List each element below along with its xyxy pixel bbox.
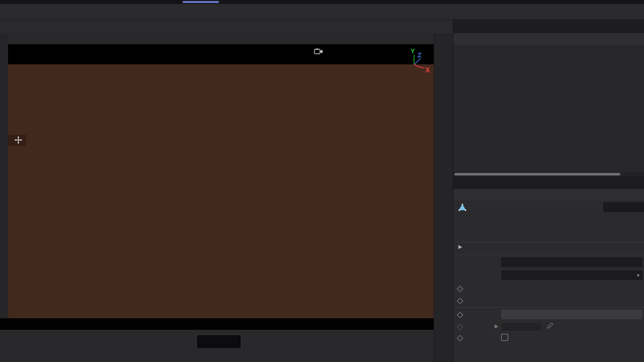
polygon-object-icon [458,204,466,211]
timeline [0,330,434,362]
attribute-tab-chips [455,215,642,228]
titlebar-accent [183,1,219,3]
timeline-ruler[interactable] [0,351,434,362]
divider [453,254,644,255]
keyframe-diamond-icon[interactable] [457,312,463,318]
preset-dropdown[interactable] [603,202,644,212]
viewport-header [8,44,434,64]
viewport-statusbar [0,318,434,330]
window-titlebar [0,0,644,4]
attribute-manager-menubar [453,189,644,201]
tool-hint [8,135,26,146]
layer-row: ▼ [453,269,644,282]
icon-group-row[interactable]: ▶ [458,244,467,249]
color-swatch [501,322,541,331]
keyframe-diamond-icon[interactable] [457,298,463,304]
pencil-icon [546,322,553,329]
viewport-3d-scene[interactable] [8,64,434,318]
object-manager-menubar [453,33,644,45]
xray-checkbox[interactable] [501,334,508,341]
attribute-object-header [453,201,644,215]
current-time-field[interactable] [197,335,240,348]
viewport-menubar [8,33,434,44]
main-menubar [0,4,644,20]
chevron-right-icon: ▶ [495,323,499,329]
editor-visibility-row [453,283,644,295]
scrollbar-thumb[interactable] [454,173,620,175]
color-row: ▶ [453,321,644,333]
chevron-down-icon[interactable]: ▼ [636,273,640,278]
name-row [453,256,644,268]
object-manager-list [453,45,644,172]
layer-input[interactable]: ▼ [501,270,642,280]
keyframe-diamond-icon [457,324,463,330]
attribute-manager-tabs [453,176,644,189]
divider [453,307,644,308]
name-input[interactable] [501,257,642,267]
display-color-dropdown[interactable] [501,310,642,319]
keyframe-diamond-icon[interactable] [457,335,463,341]
keyframe-diamond-icon[interactable] [457,286,463,292]
right-command-palette [434,33,453,362]
object-manager-tabs [453,19,644,33]
main-toolbar [0,20,453,33]
left-tool-palette [0,33,9,318]
camera-icon[interactable] [314,48,324,55]
right-panel: ▶ ▼ ▶ [453,19,644,362]
move-cursor-icon [15,136,22,144]
divider [453,242,644,242]
chevron-right-icon[interactable]: ▶ [458,244,462,249]
xray-row [453,332,644,344]
render-visibility-row [453,295,644,307]
object-manager-scrollbar[interactable] [453,172,644,176]
display-color-row [453,309,644,321]
